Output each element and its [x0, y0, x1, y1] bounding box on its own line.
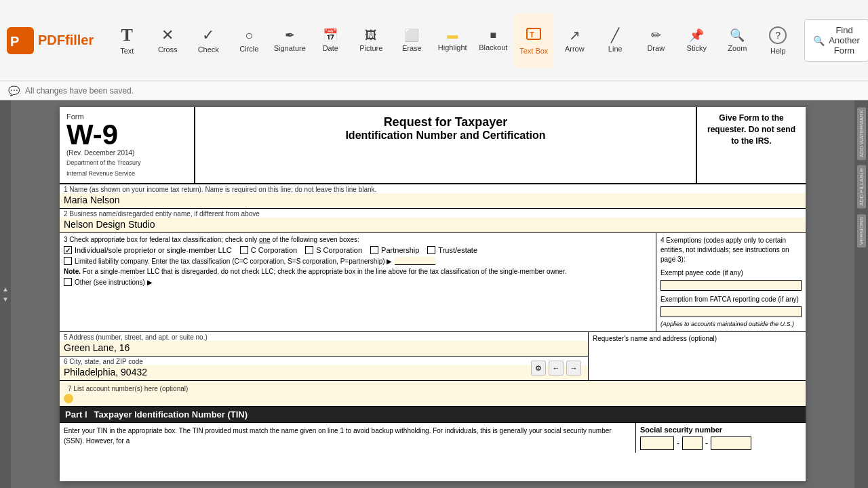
right-sidebar-tab-fillable[interactable]: ADD FILLABLE — [857, 165, 866, 209]
exempt-payee-label: Exempt payee code (if any) — [660, 268, 802, 278]
pdf-container[interactable]: Form W-9 (Rev. December 2014) Department… — [11, 100, 854, 488]
tool-line[interactable]: ╱ Line — [595, 14, 635, 68]
partnership-checkbox[interactable] — [370, 246, 378, 254]
tool-signature-label: Signature — [274, 44, 306, 52]
class-ccorp[interactable]: C Corporation — [240, 246, 297, 254]
tool-cross-label: Cross — [158, 45, 178, 54]
form-rev-date: (Rev. December 2014) — [66, 149, 187, 157]
check-icon: ✓ — [202, 28, 214, 43]
ccorp-label: C Corporation — [251, 246, 297, 254]
field1-value[interactable]: Maria Nelson — [60, 193, 806, 208]
draw-icon: ✏ — [651, 29, 661, 41]
individual-checkbox[interactable] — [64, 246, 72, 254]
logo-area[interactable]: P PDFfiller — [7, 27, 94, 54]
tool-text-label: Text — [120, 47, 134, 55]
field5-value[interactable]: Green Lane, 16 — [60, 341, 588, 356]
form-main-title: Request for Taxpayer — [209, 115, 682, 129]
class-partnership[interactable]: Partnership — [370, 246, 419, 254]
exempt-payee-input[interactable] — [660, 280, 802, 291]
right-sidebar-tab-watermark[interactable]: ADD WATERMARK — [857, 107, 866, 160]
tool-highlight[interactable]: ▬ Highlight — [433, 14, 472, 68]
tool-cross[interactable]: ✕ Cross — [148, 14, 187, 68]
right-sidebar-tab-versions[interactable]: VERSIONS — [857, 214, 866, 247]
tool-zoom[interactable]: 🔍 Zoom — [717, 14, 757, 68]
note-bold: Note. — [64, 268, 81, 275]
scorp-checkbox[interactable] — [305, 246, 313, 254]
yellow-dot-indicator — [64, 394, 73, 403]
field-next-btn[interactable]: → — [566, 361, 581, 375]
form-note-section: Give Form to the requester. Do not send … — [697, 107, 806, 183]
tool-draw-label: Draw — [647, 44, 665, 52]
tool-sticky-label: Sticky — [687, 44, 707, 52]
field6-wrapper: 6 City, state, and ZIP code Philadelphia… — [60, 357, 588, 380]
llc-checkbox[interactable] — [64, 257, 72, 265]
tool-text[interactable]: T Text — [107, 14, 146, 68]
tool-erase[interactable]: ⬜ Erase — [392, 14, 431, 68]
pdf-document: Form W-9 (Rev. December 2014) Department… — [60, 107, 806, 481]
sidebar-scroll-down[interactable]: ▼ — [2, 296, 9, 303]
class-scorp[interactable]: S Corporation — [305, 246, 362, 254]
tool-arrow[interactable]: ↗ Arrow — [555, 14, 594, 68]
ssn-label: Social security number — [640, 426, 802, 434]
ssn-seg-2[interactable] — [682, 436, 703, 450]
fatca-input[interactable] — [660, 306, 802, 317]
classification-main: 3 Check appropriate box for federal tax … — [60, 233, 656, 331]
other-label: Other (see instructions) ▶ — [75, 279, 153, 286]
field-settings-btn[interactable]: ⚙ — [531, 361, 546, 375]
field-prev-btn[interactable]: ← — [549, 361, 564, 375]
tin-description: Enter your TIN in the appropriate box. T… — [60, 423, 636, 453]
tool-picture[interactable]: 🖼 Picture — [351, 14, 391, 68]
tool-textbox-label: Text Box — [519, 47, 548, 55]
field6-value[interactable]: Philadelphia, 90432 — [60, 365, 588, 380]
note-text: Note. For a single-member LLC that is di… — [64, 267, 652, 276]
svg-text:T: T — [530, 30, 534, 39]
done-area: 🔍 Find Another Form ✓ DONE ▼ — [797, 19, 868, 62]
tool-check[interactable]: ✓ Check — [189, 14, 228, 68]
llc-label: Limited liability company. Enter the tax… — [75, 258, 392, 265]
tool-circle-label: Circle — [239, 45, 258, 53]
tool-textbox[interactable]: T Text Box — [514, 14, 553, 68]
tool-circle[interactable]: ○ Circle — [229, 14, 269, 68]
find-another-form-button[interactable]: 🔍 Find Another Form — [804, 19, 868, 62]
textbox-icon: T — [526, 26, 542, 44]
tool-blackout[interactable]: ■ Blackout — [473, 14, 513, 68]
field2-label: 2 Business name/disregarded entity name,… — [60, 209, 806, 218]
sidebar-scroll-up[interactable]: ▲ — [2, 285, 9, 293]
class-trust[interactable]: Trust/estate — [427, 246, 477, 254]
field6-label: 6 City, state, and ZIP code — [60, 357, 588, 365]
logo-text: PDFfiller — [38, 33, 94, 48]
field2-value[interactable]: Nelson Design Studio — [60, 218, 806, 232]
field5-label: 5 Address (number, street, and apt. or s… — [60, 332, 588, 341]
tool-line-label: Line — [608, 45, 623, 53]
line-icon: ╱ — [611, 28, 619, 42]
requester-label: Requester's name and address (optional) — [593, 335, 802, 342]
tool-date[interactable]: 📅 Date — [311, 14, 350, 68]
class-individual[interactable]: Individual/sole proprietor or single-mem… — [64, 246, 232, 254]
tool-help[interactable]: ? Help — [758, 14, 797, 68]
tool-signature[interactable]: ✒ Signature — [270, 14, 309, 68]
tool-sticky[interactable]: 📌 Sticky — [677, 14, 716, 68]
left-sidebar: ▲ ▼ — [0, 100, 11, 488]
trust-checkbox[interactable] — [427, 246, 435, 254]
status-message: All changes have been saved. — [25, 86, 134, 96]
tool-draw[interactable]: ✏ Draw — [636, 14, 675, 68]
ssn-inputs: - - — [640, 436, 802, 450]
text-icon: T — [121, 26, 133, 44]
llc-input[interactable] — [395, 257, 435, 265]
date-icon: 📅 — [323, 29, 338, 41]
help-icon: ? — [769, 26, 787, 44]
circle-icon: ○ — [245, 28, 253, 42]
ccorp-checkbox[interactable] — [240, 246, 248, 254]
ssn-seg-3[interactable] — [711, 436, 751, 450]
other-checkbox[interactable] — [64, 278, 72, 286]
tool-check-label: Check — [198, 45, 219, 54]
right-sidebar: ADD WATERMARK ADD FILLABLE VERSIONS — [854, 100, 868, 488]
field5-section: 5 Address (number, street, and apt. or s… — [60, 332, 588, 357]
svg-text:P: P — [10, 34, 19, 49]
other-row: Other (see instructions) ▶ — [64, 278, 652, 286]
ssn-seg-1[interactable] — [640, 436, 674, 450]
account-section: 7 List account number(s) here (optional) — [60, 381, 806, 407]
tool-highlight-label: Highlight — [438, 43, 467, 52]
cross-icon: ✕ — [161, 28, 174, 43]
address-left: 5 Address (number, street, and apt. or s… — [60, 332, 589, 380]
